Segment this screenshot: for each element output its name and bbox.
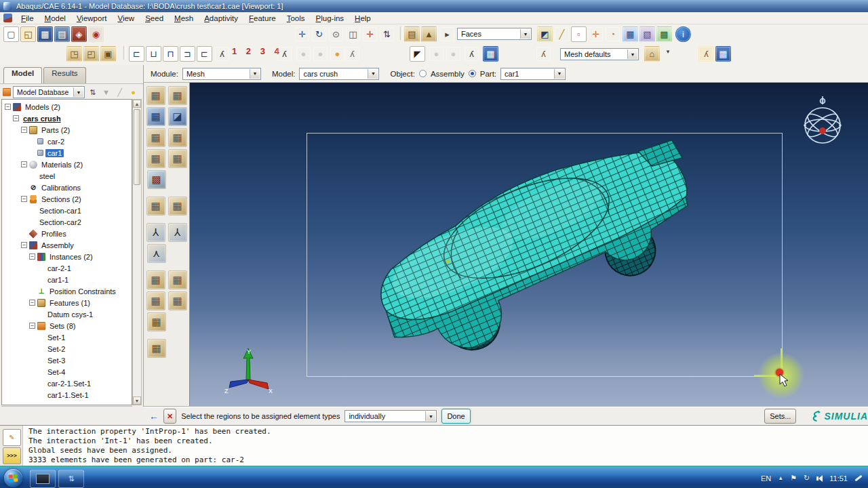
menu-help[interactable]: Help <box>349 14 376 23</box>
part-radio[interactable] <box>469 70 476 77</box>
sketch-icon[interactable]: ◔ <box>605 26 620 42</box>
refresh-tree-icon[interactable]: ⇅ <box>87 87 98 98</box>
help-book-icon[interactable]: ◈ <box>71 26 87 42</box>
mesh-region-icon[interactable]: ◪ <box>168 107 187 126</box>
shaded-icon[interactable]: ▲ <box>421 26 437 42</box>
display-cube-blue-icon[interactable]: ▦ <box>623 26 638 42</box>
magnify-icon[interactable]: ⊙ <box>328 26 344 42</box>
tree-item-label[interactable]: Datum csys-1 <box>45 310 95 319</box>
menu-view[interactable]: View <box>112 14 140 23</box>
tree-item-instances-2-[interactable]: −Instances (2) <box>2 251 132 262</box>
save-icon[interactable]: ▦ <box>37 26 53 42</box>
edit-feature-icon[interactable]: ▦ <box>146 291 165 310</box>
kernel-cli-icon[interactable]: >>> <box>3 447 21 464</box>
combo-dropdown-icon[interactable]: ▼ <box>250 69 260 79</box>
delete-part-mesh-icon[interactable]: ▦ <box>146 128 165 147</box>
combo-dropdown-icon[interactable]: ▼ <box>73 87 83 97</box>
display-cube-green-icon[interactable]: ▩ <box>656 26 672 42</box>
tree-item-label[interactable]: car-2-1.Set-1 <box>45 380 93 388</box>
verify-mesh-icon[interactable]: ▩ <box>147 170 166 189</box>
partition-face-icon[interactable]: ⅄ <box>168 223 187 242</box>
auto-fit-icon[interactable]: ✛ <box>362 26 378 42</box>
tree-item-set-2[interactable]: Set-2 <box>2 343 132 354</box>
scroll-up-icon[interactable]: ▲ <box>133 100 141 108</box>
car-mesh-model[interactable] <box>359 123 705 381</box>
tree-item-label[interactable]: Set-1 <box>45 333 67 342</box>
virtual-topology-icon[interactable]: ▦ <box>147 312 166 331</box>
tree-item-section-car1[interactable]: Section-car1 <box>2 205 132 216</box>
tree-item-materials-2-[interactable]: −Materials (2) <box>2 159 132 170</box>
tree-item-set-1[interactable]: Set-1 <box>2 331 132 343</box>
assembly-radio[interactable] <box>419 70 427 77</box>
part-combo[interactable]: car1 ▼ <box>500 68 566 80</box>
tree-item-sets-8-[interactable]: −Sets (8) <box>2 320 132 331</box>
mesh-defaults-table-icon[interactable]: ▦ <box>168 197 187 216</box>
tree-collapse-icon[interactable]: − <box>21 242 27 248</box>
bulb-icon[interactable]: ● <box>127 87 139 98</box>
circle-3-icon[interactable]: ● <box>330 46 345 62</box>
tree-vertical-scrollbar[interactable]: ▲ ▼ <box>132 99 142 405</box>
module-combo[interactable]: Mesh ▼ <box>182 68 261 80</box>
menu-model[interactable]: Model <box>39 14 71 23</box>
assembly-radio-label[interactable]: Assembly <box>431 70 465 78</box>
tree-item-car-2-1[interactable]: car-2-1 <box>2 262 132 274</box>
edit-tree-icon[interactable]: ╱ <box>114 87 125 98</box>
partition-cell-icon[interactable]: ⅄ <box>146 223 165 242</box>
stick-figure-1-icon[interactable]: ʎ <box>214 46 230 62</box>
clock[interactable]: 11:51 <box>829 474 848 483</box>
pen-tool-icon[interactable] <box>854 475 862 482</box>
render-cube-2-icon[interactable]: ◰ <box>83 46 99 62</box>
language-indicator[interactable]: EN <box>761 474 771 483</box>
circle-2-icon[interactable]: ● <box>313 46 328 62</box>
tree-item-profiles[interactable]: Profiles <box>2 228 132 239</box>
model-combo[interactable]: cars crush ▼ <box>299 68 379 80</box>
render-cube-1-icon[interactable]: ◳ <box>66 46 82 62</box>
tree-item-set-3[interactable]: Set-3 <box>2 354 132 366</box>
combo-dropdown-icon[interactable]: ▼ <box>520 29 530 39</box>
assign-mesh-controls-icon[interactable]: ▦ <box>146 149 165 168</box>
menu-seed[interactable]: Seed <box>140 14 169 23</box>
new-model-icon[interactable]: ▢ <box>3 26 19 42</box>
color-edit-icon[interactable]: ╱ <box>554 26 570 42</box>
tree-collapse-icon[interactable]: − <box>13 115 19 121</box>
render-cube-3-icon[interactable]: ▣ <box>100 46 116 62</box>
query-tool-icon[interactable]: ▦ <box>147 339 166 358</box>
mesh-window-1-icon[interactable]: ⊏ <box>129 46 144 62</box>
menu-file[interactable]: File <box>16 14 39 23</box>
dropdown-caret-icon[interactable]: ▼ <box>665 49 671 55</box>
mesh-defaults-combo[interactable]: Mesh defaults ▼ <box>560 48 639 60</box>
view-compass[interactable] <box>802 95 844 148</box>
tree-item-label[interactable]: car-2-1 <box>45 264 73 272</box>
tree-collapse-icon[interactable]: − <box>5 104 11 110</box>
tree-item-label[interactable]: Calibrations <box>39 184 83 192</box>
tree-item-steel[interactable]: steel <box>2 170 132 182</box>
menu-adaptivity[interactable]: Adaptivity <box>199 14 243 23</box>
edit-mesh-icon[interactable]: ▦ <box>146 197 165 216</box>
partition-edge-icon[interactable]: ⋏ <box>147 244 166 263</box>
menu-mesh[interactable]: Mesh <box>169 14 199 23</box>
menu-feature[interactable]: Feature <box>243 14 281 23</box>
volume-icon[interactable] <box>816 475 823 482</box>
tree-item-label[interactable]: Set-4 <box>45 368 67 376</box>
tree-collapse-icon[interactable]: − <box>29 253 35 260</box>
element-table-2-icon[interactable]: ▦ <box>715 46 731 62</box>
database-combo[interactable]: Model Database ▼ <box>13 86 85 98</box>
tree-item-parts-2-[interactable]: −Parts (2) <box>2 124 132 136</box>
previous-step-icon[interactable]: ← <box>149 411 159 422</box>
stick-figure-3-icon[interactable]: ʎ <box>344 46 360 62</box>
tree-item-label[interactable]: Instances (2) <box>47 253 95 261</box>
tree-item-label[interactable]: Section-car1 <box>37 207 83 215</box>
tree-item-car1[interactable]: car1 <box>2 147 132 159</box>
pan-icon[interactable]: ✛ <box>294 26 310 42</box>
part-radio-label[interactable]: Part: <box>480 70 496 78</box>
seed-edges-icon[interactable]: ▦ <box>168 86 187 105</box>
combo-dropdown-icon[interactable]: ▼ <box>554 69 564 79</box>
stick-figure-4-icon[interactable]: ʎ <box>464 46 479 62</box>
circle-4-icon[interactable]: ● <box>429 46 444 62</box>
filter-tree-icon[interactable]: ▼ <box>100 87 112 98</box>
tree-item-label[interactable]: Sections (2) <box>39 195 83 203</box>
tree-item-cars-crush[interactable]: −cars crush <box>2 113 132 124</box>
polygon-tool-icon[interactable]: ⌂ <box>644 46 660 62</box>
tree-item-features-1-[interactable]: −Features (1) <box>2 297 132 308</box>
visible-object-icon[interactable]: ◩ <box>537 26 553 42</box>
